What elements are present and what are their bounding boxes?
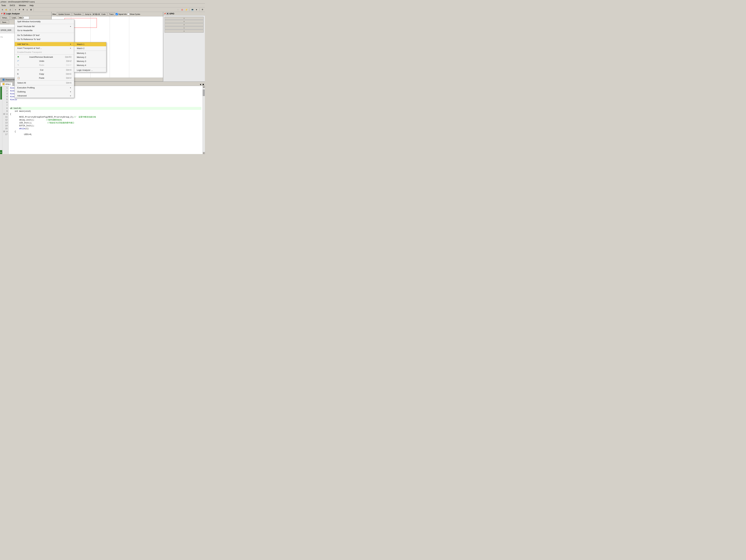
la-min-label: Min — [19, 17, 22, 19]
wave-update-screen-btn[interactable]: Update Screen — [57, 12, 71, 16]
tb-btn-2[interactable]: ✍ — [4, 8, 8, 11]
scroll-up-btn[interactable]: ▲ — [203, 86, 205, 88]
ctx-redo-icon: ↷ — [17, 64, 20, 66]
ctx-goto-reference[interactable]: Go To Reference To 'test' — [15, 37, 74, 41]
sub-memory-2[interactable]: Memory 2 — [74, 55, 106, 59]
right-expand-btn-3[interactable]: + — [165, 23, 204, 26]
tb-monitor[interactable]: 💻 — [191, 8, 194, 11]
ctx-redo-shortcut: Ctrl+Y — [66, 64, 71, 66]
scroll-track — [203, 88, 205, 152]
ctx-split-window[interactable]: Split Window horizontally — [15, 20, 74, 24]
tb-btn-6[interactable]: ≣ — [22, 8, 25, 11]
right-panel-header: 📌 ✖ GPIO — [163, 12, 205, 16]
sub-logic-analyzer-label: Logic Analyzer ... — [77, 69, 93, 71]
ctx-undo[interactable]: ↶ Undo Ctrl+Z — [15, 59, 74, 63]
code-line-15: while(1) — [10, 127, 201, 130]
tb-red-btn[interactable]: ⊙ — [180, 8, 184, 11]
code-line-10: { — [10, 113, 201, 116]
tab-disassembly-label: Disassembly — [5, 79, 15, 81]
ctx-enable-tracepoint-label: Enable/Disable Tracepoint — [17, 51, 42, 53]
ctx-select-all-label: Select All — [17, 82, 26, 84]
panel-close-btn[interactable]: ✖ — [3, 12, 5, 15]
ctx-cut[interactable]: ✂ Cut Ctrl+X — [15, 68, 74, 72]
ctx-goto-header[interactable]: Go to Headerfile — [15, 28, 74, 32]
editor-scrollbar[interactable]: ▲ ▼ — [203, 86, 205, 154]
ln-7: 7 — [2, 104, 7, 107]
ln-16: 16 ⊟ — [2, 130, 7, 133]
tb-dropdown[interactable]: ▼ — [195, 8, 198, 11]
line-numbers: 1 2 3 4 5 6 7 8 9 10 ⊟ 11 12 13 14 15 16… — [2, 86, 9, 154]
tb-sep-3 — [189, 8, 190, 11]
scroll-thumb[interactable] — [203, 90, 205, 96]
la-min-input[interactable] — [23, 16, 29, 19]
ctx-goto-header-label: Go to Headerfile — [17, 29, 33, 32]
ln-15: 15 — [2, 127, 7, 130]
right-expand-btn-4[interactable]: + — [165, 26, 204, 29]
ctx-outlining[interactable]: Outlining ► — [15, 90, 74, 94]
tb-gear[interactable]: ⚙ — [201, 8, 204, 11]
tb-btn-1[interactable]: ⎘ — [1, 8, 4, 11]
tb-btn-8[interactable]: ▤ — [29, 8, 33, 11]
tb-btn-3[interactable]: ⎙ — [8, 8, 12, 11]
tab-close-btn[interactable]: ✖ — [202, 83, 204, 86]
ctx-copy[interactable]: ⎘ Copy Ctrl+C — [15, 72, 74, 76]
right-panel-close[interactable]: ✖ — [167, 12, 169, 15]
la-load-btn[interactable]: Load... — [10, 16, 19, 20]
tb-sep-4 — [199, 8, 200, 11]
ctx-goto-definition[interactable]: Go To Definition Of 'test' — [15, 33, 74, 37]
ctx-select-all[interactable]: Select All Ctrl+A — [15, 81, 74, 85]
tab-more-btn[interactable]: ▼ — [199, 83, 202, 86]
panel-pin-icon[interactable]: 📌 — [1, 13, 3, 14]
tab-disassembly-icon — [2, 79, 5, 81]
menu-svcs[interactable]: SVCS — [9, 4, 16, 7]
ctx-outlining-arrow: ► — [70, 91, 71, 93]
ln-13: 13 — [2, 121, 7, 124]
run-btn[interactable]: ► — [0, 150, 2, 154]
menu-window[interactable]: Window — [18, 4, 26, 7]
right-expand-btn-2[interactable]: + — [165, 20, 204, 23]
ctx-copy-shortcut: Ctrl+C — [66, 73, 71, 75]
wave-jump-to-btn[interactable]: Jump to — [83, 12, 93, 16]
ctx-paste-icon: 📋 — [17, 77, 20, 79]
la-save-btn[interactable]: Save... — [1, 21, 9, 24]
ctx-insert-include[interactable]: Insert '#include file' ► — [15, 24, 74, 28]
tb-btn-4[interactable]: ≡ — [14, 8, 17, 11]
code-line-13: LED_Init(); //初始化与LED连接的硬件接口 — [10, 121, 201, 124]
ctx-add-test-to[interactable]: Add 'test' to... ► Watch 1 Watch 2 Memor… — [15, 42, 74, 46]
sub-memory-1[interactable]: Memory 1 — [74, 51, 106, 55]
wave-transition-btn[interactable]: Transition — [72, 12, 83, 16]
menu-tools[interactable]: Tools — [1, 4, 6, 7]
sub-watch-1[interactable]: Watch 1 — [74, 42, 106, 46]
ctx-add-test-to-arrow: ► — [70, 43, 71, 45]
sub-memory-4[interactable]: Memory 4 — [74, 63, 106, 67]
wave-code-btn[interactable]: Code — [100, 12, 107, 16]
right-panel-pin[interactable]: 📌 — [164, 13, 166, 14]
sub-memory-3[interactable]: Memory 3 — [74, 59, 106, 63]
right-expand-buttons: + + + + + — [164, 16, 204, 33]
ctx-bookmark[interactable]: ⚑ Insert/Remove Bookmark Ctrl+F2 — [15, 55, 74, 59]
wave-next-btn[interactable]: Next► — [96, 13, 99, 16]
tb-btn-5[interactable]: ≢ — [18, 8, 21, 11]
code-line-8: u8 test=0; — [10, 107, 201, 110]
scroll-down-btn[interactable]: ▼ — [203, 152, 205, 154]
ctx-cut-shortcut: Ctrl+X — [66, 69, 71, 71]
wave-trace-btn[interactable]: Trace — [108, 12, 115, 16]
tb-circle[interactable]: ○ — [176, 8, 180, 11]
ctx-execution-profiling[interactable]: Execution Profiling ► — [15, 86, 74, 90]
right-expand-btn-1[interactable]: + — [165, 17, 204, 20]
sub-watch-2[interactable]: Watch 2 — [74, 46, 106, 50]
ctx-paste[interactable]: 📋 Paste Ctrl+V — [15, 76, 74, 80]
ctx-bookmark-label: Insert/Remove Bookmark — [29, 56, 53, 58]
tb-btn-7[interactable]: ≤ — [25, 8, 29, 11]
la-setup-btn[interactable]: Setup... — [1, 16, 10, 20]
signal-info-check[interactable] — [116, 13, 118, 15]
right-expand-btn-5[interactable]: + — [165, 30, 204, 33]
show-cycles-check[interactable] — [127, 13, 130, 15]
sub-logic-analyzer[interactable]: Logic Analyzer ... — [74, 68, 106, 72]
menu-help[interactable]: Help — [29, 4, 34, 7]
ctx-insert-tracepoint[interactable]: Insert Tracepoint at 'test'... ► — [15, 46, 74, 50]
ctx-advanced[interactable]: Advanced ► — [15, 94, 74, 98]
tab-delay-c[interactable]: delay.c — [1, 82, 12, 86]
tb-shield[interactable]: ⚡ — [184, 8, 188, 11]
ctx-cut-label: Cut — [40, 69, 43, 71]
